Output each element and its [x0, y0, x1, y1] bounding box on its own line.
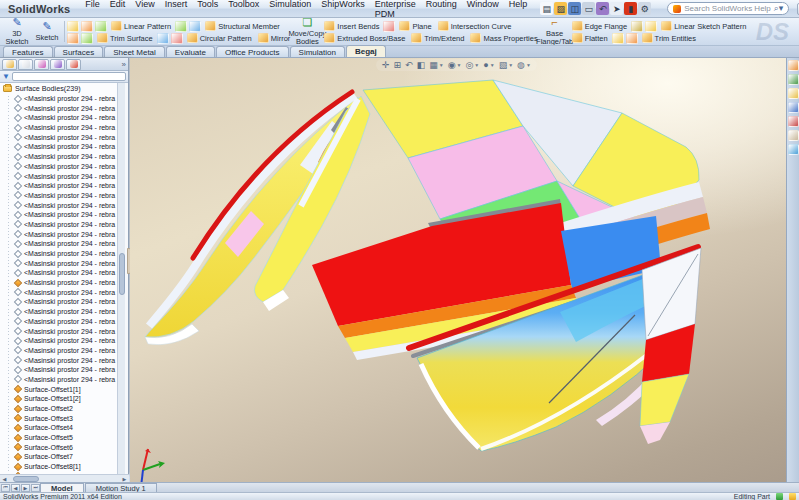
- panel-tabs-overflow-icon[interactable]: »: [122, 60, 126, 69]
- linear-pattern-button[interactable]: Linear Pattern: [109, 20, 173, 32]
- tree-item-surface-body[interactable]: <Masinski prostor 294 - rebra i p: [0, 200, 118, 210]
- move-copy-bodies-button[interactable]: ❏ Move/Copy Bodies: [292, 19, 322, 44]
- zoom-fit-icon[interactable]: ✛: [382, 60, 390, 70]
- tree-item-surface-body[interactable]: <Masinski prostor 294 - rebra i p: [0, 210, 118, 220]
- tab-scroll-right-icon[interactable]: ▶: [21, 484, 30, 492]
- tree-vertical-scrollbar[interactable]: [117, 83, 125, 474]
- options-icon[interactable]: ⚙: [638, 2, 651, 15]
- command-tab-office-products[interactable]: Office Products: [216, 46, 289, 57]
- undo-icon[interactable]: ↶: [596, 2, 609, 15]
- tree-vscroll-thumb[interactable]: [119, 253, 125, 295]
- sketch-button[interactable]: ✎ Sketch: [32, 19, 62, 44]
- tab-scroll-last-icon[interactable]: ⏭: [31, 484, 40, 492]
- intersection-curve-button[interactable]: Intersection Curve: [436, 20, 514, 32]
- toolbar-icon[interactable]: [189, 21, 201, 32]
- tree-item-surface-offset[interactable]: Surface-Offset6: [0, 442, 118, 452]
- tree-item-surface-body[interactable]: <Masinski prostor 294 - rebra i p: [0, 336, 118, 346]
- flatten-button[interactable]: Flatten: [570, 32, 610, 44]
- command-tab-begaj[interactable]: Begaj: [346, 45, 386, 57]
- toolbar-icon[interactable]: [626, 33, 638, 44]
- toolbar-icon[interactable]: [95, 21, 107, 32]
- tree-item-surface-body[interactable]: <Masinski prostor 294 - rebra i p: [0, 220, 118, 230]
- zoom-area-icon[interactable]: ⊞: [394, 60, 402, 70]
- model-canvas[interactable]: [130, 58, 786, 482]
- toolbar-icon[interactable]: [612, 33, 624, 44]
- tree-item-surface-body[interactable]: <Masinski prostor 294 - rebra i p: [0, 278, 118, 288]
- tab-scroll-first-icon[interactable]: ⏮: [1, 484, 10, 492]
- model-tab[interactable]: Model: [40, 483, 84, 492]
- tree-item-surface-body[interactable]: <Masinski prostor 294 - rebra i p: [0, 229, 118, 239]
- command-tab-evaluate[interactable]: Evaluate: [166, 46, 215, 57]
- tree-item-surface-body[interactable]: <Masinski prostor 294 - rebra i p: [0, 326, 118, 336]
- tag-icon[interactable]: [789, 493, 796, 500]
- toolbar-icon[interactable]: [645, 21, 657, 32]
- tree-item-surface-body[interactable]: <Masinski prostor 294 - rebra i p: [0, 94, 118, 104]
- toolbar-icon[interactable]: [175, 21, 187, 32]
- sketch-3d-button[interactable]: ✎ 3D Sketch: [2, 19, 32, 44]
- tree-item-surface-offset[interactable]: Surface-Offset7: [0, 452, 118, 462]
- extruded-boss-base-button[interactable]: Extruded Boss/Base: [322, 32, 407, 44]
- circular-pattern-button[interactable]: Circular Pattern: [185, 32, 254, 44]
- quick-tips-icon[interactable]: [776, 493, 783, 500]
- display-style-icon[interactable]: ◉▼: [448, 60, 462, 70]
- displaymanager-tab[interactable]: [66, 59, 81, 70]
- toolbar-icon[interactable]: [631, 21, 643, 32]
- tree-horizontal-scrollbar[interactable]: ◀ ▶: [0, 474, 129, 482]
- solidworks-resources-icon[interactable]: [788, 60, 799, 71]
- view-orientation-icon[interactable]: ▦▼: [429, 60, 443, 70]
- tree-item-surface-body[interactable]: <Masinski prostor 294 - rebra i p: [0, 249, 118, 259]
- tree-item-surface-body[interactable]: <Masinski prostor 294 - rebra i p: [0, 113, 118, 123]
- mirror-button[interactable]: Mirror: [256, 32, 293, 44]
- featuremanager-tab[interactable]: [2, 59, 17, 70]
- print-icon[interactable]: ▭: [582, 2, 595, 15]
- section-view-icon[interactable]: ◧: [417, 60, 426, 70]
- select-icon[interactable]: ➤: [610, 2, 623, 15]
- tree-item-surface-body[interactable]: <Masinski prostor 294 - rebra i p: [0, 268, 118, 278]
- tree-item-surface-body[interactable]: <Masinski prostor 294 - rebra i p: [0, 142, 118, 152]
- tree-item-surface-body[interactable]: <Masinski prostor 294 - rebra i p: [0, 123, 118, 133]
- tree-item-surface-body[interactable]: <Masinski prostor 294 - rebra i p: [0, 191, 118, 201]
- tree-item-surface-body[interactable]: <Masinski prostor 294 - rebra i p: [0, 317, 118, 327]
- tree-item-surface-body[interactable]: <Masinski prostor 294 - rebra i p: [0, 162, 118, 172]
- mass-properties-button[interactable]: Mass Properties: [468, 32, 539, 44]
- insert-bends-button[interactable]: Insert Bends: [322, 20, 381, 32]
- save-icon[interactable]: ◫: [568, 2, 581, 15]
- motion-study-tab[interactable]: Motion Study 1: [85, 483, 157, 492]
- tree-item-surface-body[interactable]: <Masinski prostor 294 - rebra i p: [0, 355, 118, 365]
- tree-item-surface-body[interactable]: <Masinski prostor 294 - rebra i p: [0, 103, 118, 113]
- plane-button[interactable]: Plane: [397, 20, 433, 32]
- trim-extend-button[interactable]: Trim/Extend: [409, 32, 466, 44]
- new-document-icon[interactable]: ▤: [540, 2, 553, 15]
- edge-flange-button[interactable]: Edge Flange: [570, 20, 630, 32]
- toolbar-icon[interactable]: [157, 33, 169, 44]
- rebuild-icon[interactable]: ▮: [624, 2, 637, 15]
- tree-item-surface-offset[interactable]: Surface-Offset5: [0, 433, 118, 443]
- previous-view-icon[interactable]: ↶: [405, 60, 413, 70]
- filter-input[interactable]: [12, 72, 126, 81]
- linear-sketch-pattern-button[interactable]: Linear Sketch Pattern: [659, 20, 748, 32]
- custom-properties-icon[interactable]: [788, 130, 799, 141]
- file-explorer-icon[interactable]: [788, 88, 799, 99]
- toolbar-icon[interactable]: [171, 33, 183, 44]
- document-recovery-icon[interactable]: [788, 144, 799, 155]
- toolbar-icon[interactable]: [81, 33, 93, 44]
- tree-item-surface-body[interactable]: <Masinski prostor 294 - rebra i p: [0, 307, 118, 317]
- tree-root-surface-bodies[interactable]: Surface Bodies(239): [0, 84, 118, 94]
- propertymanager-tab[interactable]: [18, 59, 33, 70]
- tree-item-surface-body[interactable]: <Masinski prostor 294 - rebra i p: [0, 239, 118, 249]
- tab-scroll-left-icon[interactable]: ◀: [11, 484, 20, 492]
- tree-item-surface-offset[interactable]: Surface-Offset1[2]: [0, 394, 118, 404]
- command-tab-surfaces[interactable]: Surfaces: [54, 46, 104, 57]
- tree-item-surface-body[interactable]: <Masinski prostor 294 - rebra i p: [0, 346, 118, 356]
- tree-hscroll-thumb[interactable]: [13, 476, 39, 482]
- tree-item-surface-offset[interactable]: Surface-Offset8[1]: [0, 462, 118, 472]
- toolbar-icon[interactable]: [383, 21, 395, 32]
- configurationmanager-tab[interactable]: [34, 59, 49, 70]
- toolbar-icon[interactable]: [67, 33, 79, 44]
- toolbar-icon[interactable]: [81, 21, 93, 32]
- tree-item-surface-body[interactable]: <Masinski prostor 294 - rebra i p: [0, 132, 118, 142]
- tree-item-surface-body[interactable]: <Masinski prostor 294 - rebra i p: [0, 181, 118, 191]
- tree-item-surface-offset[interactable]: Surface-Offset4: [0, 423, 118, 433]
- hide-show-items-icon[interactable]: ◎▼: [465, 60, 479, 70]
- tree-item-surface-body[interactable]: <Masinski prostor 294 - rebra i p: [0, 258, 118, 268]
